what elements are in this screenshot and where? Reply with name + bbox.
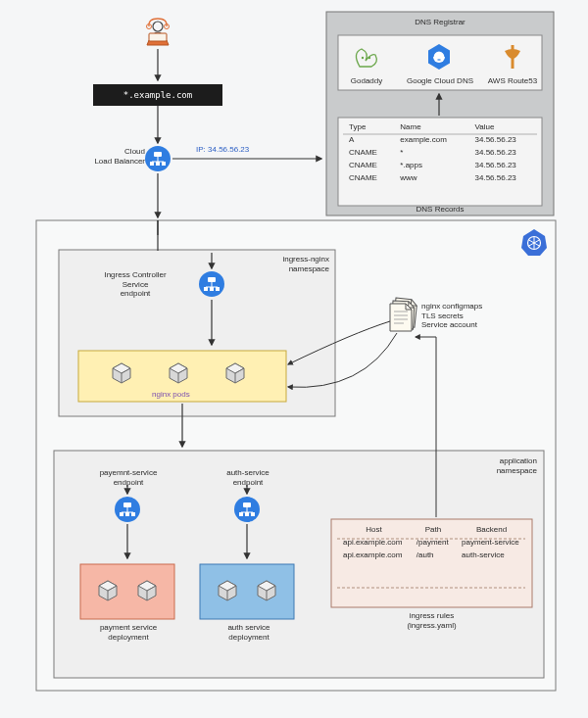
dns-registrar-title: DNS Registrar bbox=[326, 18, 554, 27]
auth-deploy-box bbox=[200, 564, 294, 619]
dns-th-type: Type bbox=[343, 120, 394, 133]
dns-th-value: Value bbox=[469, 120, 537, 133]
payment-endpoint-label: payemnt-service endpoint bbox=[96, 468, 161, 487]
dns-box bbox=[326, 12, 554, 215]
pod-icon bbox=[113, 363, 130, 383]
payment-deploy-box bbox=[80, 564, 174, 619]
payment-endpoint-icon bbox=[115, 497, 140, 522]
payment-deploy-label: payment service deployment bbox=[84, 623, 172, 642]
ingress-namespace-label: ingress-nginx namespace bbox=[259, 255, 329, 273]
configmaps-label: nginx configmaps TLS secrets Service acc… bbox=[421, 302, 482, 330]
svg-point-18 bbox=[368, 57, 370, 59]
pod-icon bbox=[226, 363, 244, 383]
cloud-lb-icon bbox=[145, 146, 171, 171]
auth-endpoint-label: auth-service endpoint bbox=[218, 468, 278, 487]
dns-th-name: Name bbox=[394, 120, 468, 133]
cloud-lb-label: Cloud Load Balancer bbox=[88, 147, 145, 166]
app-namespace-label: application namespace bbox=[470, 456, 537, 475]
auth-endpoint-icon bbox=[234, 497, 260, 522]
ingress-svc-icon bbox=[199, 271, 224, 297]
configmaps-icon bbox=[390, 298, 417, 331]
ingress-rules-title: ingress rules (ingress.yaml) bbox=[331, 611, 532, 630]
svg-rect-14 bbox=[149, 33, 167, 41]
dns-records-table: Type Name Value Aexample.com34.56.56.23 … bbox=[343, 120, 537, 184]
godaddy-label: Godaddy bbox=[347, 76, 386, 86]
svg-point-17 bbox=[362, 57, 364, 59]
auth-deploy-label: auth service deployment bbox=[208, 623, 290, 642]
svg-point-11 bbox=[153, 22, 163, 31]
ingress-svc-label: Ingress Controller Service endpoint bbox=[90, 270, 180, 299]
dns-records-title: DNS Records bbox=[326, 205, 554, 215]
nginx-pods-label: nginx pods bbox=[152, 390, 190, 400]
user-icon bbox=[147, 19, 170, 45]
pod-icon bbox=[170, 363, 187, 383]
ip-label: IP: 34.56.56.23 bbox=[196, 145, 249, 155]
route53-label: AWS Route53 bbox=[482, 76, 543, 86]
gcdns-label: Google Cloud DNS bbox=[404, 76, 476, 86]
ingress-rules-table: Host Path Backend api.example.com/paymen… bbox=[337, 523, 527, 561]
domain-bar-text: *.example.com bbox=[93, 84, 222, 106]
